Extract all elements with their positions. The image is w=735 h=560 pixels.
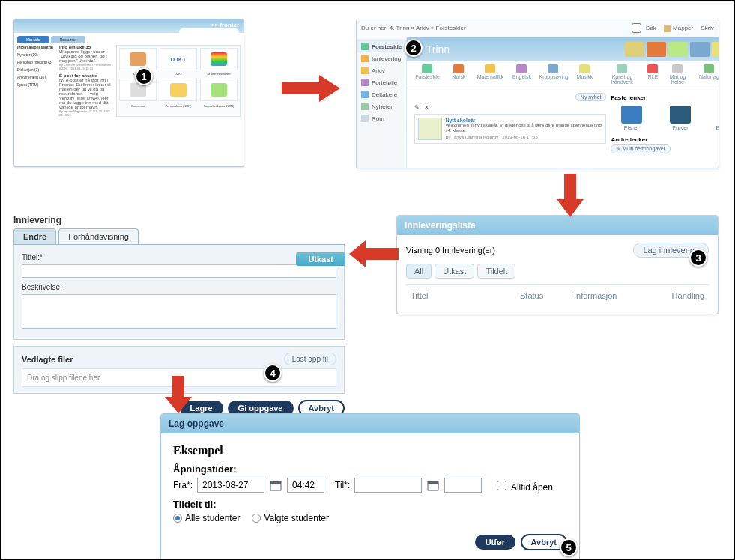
news-image (418, 118, 442, 140)
radio-alle[interactable]: Alle studenter (173, 513, 240, 523)
news-title[interactable]: Nytt skoleår (445, 118, 602, 123)
calendar-icon-2[interactable] (426, 478, 440, 492)
hero-thumbs (625, 42, 719, 57)
p4-title: Innlevering (13, 215, 345, 225)
room-4trinn[interactable] (119, 48, 157, 70)
vedlagte-label: Vedlagte filer (22, 355, 73, 364)
alltid-checkbox[interactable] (497, 481, 506, 490)
subj-mat[interactable]: Mat og helse (663, 64, 692, 85)
lbl-samarbeid: Samarbeidsrom (KON) (200, 104, 238, 108)
info-header: Informasjonssentral (17, 45, 56, 49)
news1-body: Ukeplaner ligger under "Utviking og plan… (59, 49, 113, 63)
p2-side-nyheter[interactable]: Nyheter (357, 100, 406, 112)
tab-endre[interactable]: Endre (13, 228, 56, 244)
svg-rect-7 (428, 481, 438, 484)
news-body: Velkommen til nytt skoleår. Vi gleder os… (445, 123, 602, 133)
beskrivelse-textarea[interactable] (22, 294, 336, 329)
step-badge-1: 1 (135, 67, 153, 85)
skriv-label[interactable]: Skriv (701, 25, 714, 31)
news1-by: By Cathrine Wiesemann i Personalrom (KON… (59, 63, 113, 70)
mapper-label[interactable]: Mapper (673, 25, 693, 31)
tildel-label: Tildelt til: (173, 499, 567, 510)
lbl-personal: Personalrom (KON) (160, 104, 197, 108)
panel-lag-oppgave: Lag oppgave Eksempel Åpningstider: Fra*:… (160, 413, 580, 560)
eksempel-heading: Eksempel (173, 444, 567, 457)
side-ankvirement[interactable]: Ankvirement (10) (17, 75, 56, 79)
side-nyheter[interactable]: Nyheter (10) (17, 52, 56, 57)
p2-side-arkiv[interactable]: Arkiv (357, 64, 406, 76)
portefolje-icon (361, 79, 369, 86)
step-badge-5: 5 (560, 538, 578, 556)
p2-side-forsteside[interactable]: Forsteside (357, 40, 406, 52)
subj-kroppsoving[interactable]: Kroppsøving (539, 64, 567, 85)
tab-ressurser[interactable]: Ressurser (51, 36, 86, 43)
svg-rect-5 (270, 481, 281, 484)
andre-label: Andre lenker (611, 135, 719, 144)
subj-forsteside[interactable]: Forsteside (413, 64, 441, 85)
arkiv-icon (361, 67, 369, 74)
til-date-input[interactable] (354, 478, 422, 493)
til-label: Til*: (335, 480, 350, 490)
news-by: By Tanya Cathrine Kolgrov , 2013-08-16 1… (445, 135, 602, 139)
subj-kunst[interactable]: Kunst og håndverk (602, 64, 642, 85)
p2-side-rom[interactable]: Rom (357, 112, 406, 124)
subj-engelsk[interactable]: Engelsk (507, 64, 536, 85)
alltid-label: Alltid åpen (511, 482, 553, 493)
label-tittel: Tittel:* (22, 253, 43, 261)
fast-planer[interactable]: Planer (611, 106, 652, 130)
subj-musikk[interactable]: Musikk (570, 64, 599, 85)
pill-utkast[interactable]: Utkast (435, 264, 474, 279)
subj-matematikk[interactable]: Matematikk (476, 64, 504, 85)
tab-forhand[interactable]: Forhåndsvisning (58, 228, 139, 244)
svg-marker-3 (165, 376, 192, 413)
room-samarbeid[interactable] (200, 79, 238, 101)
subj-rle[interactable]: RLE (645, 64, 660, 85)
step-badge-3: 3 (689, 249, 707, 267)
subj-norsk[interactable]: Norsk (444, 64, 473, 85)
utfor-button[interactable]: Utfør (475, 535, 515, 550)
subject-nav: Forsteside Norsk Matematikk Engelsk Krop… (407, 61, 719, 88)
p2-sidebar: Forsteside Innlevering Arkiv Portefølje … (357, 37, 407, 168)
sok-checkbox[interactable] (632, 23, 641, 33)
news-card: Nytt skoleår Velkommen til nytt skoleår.… (414, 114, 606, 144)
room-drammen[interactable] (200, 48, 238, 70)
til-time-input[interactable] (444, 478, 482, 493)
pill-all[interactable]: All (406, 264, 432, 279)
side-melding[interactable]: Personlig melding (3) (17, 60, 56, 64)
tab-minside[interactable]: Min side (17, 36, 49, 43)
multi-link[interactable]: ✎ Multi nettoppgaver (611, 144, 671, 153)
lbl-kommune: Kommune (119, 104, 157, 108)
step-badge-2: 2 (405, 39, 423, 57)
apning-label: Åpningstider: (173, 463, 567, 475)
last-opp-button[interactable]: Last opp fil (284, 353, 336, 365)
edit-icon[interactable]: ✎ (414, 104, 420, 111)
p2-side-innlevering[interactable]: Innlevering (357, 52, 406, 64)
faste-label: Faste lenker (611, 93, 719, 103)
col-info: Informasjon (571, 287, 653, 305)
news2-by: By Ingunn Ryghseter i D-IKT, 2013-08-23 … (59, 109, 113, 117)
fra-date-input[interactable] (197, 478, 264, 493)
p2-side-deltakere[interactable]: Deltakere (357, 88, 406, 100)
fast-elevmappe[interactable]: Elevmappe (708, 106, 719, 130)
ny-nyhet-button[interactable]: Ny nyhet (575, 93, 607, 101)
mapper-icon (664, 25, 671, 32)
step-badge-4: 4 (264, 364, 282, 382)
radio-valgte[interactable]: Valgte studenter (252, 513, 329, 523)
fra-time-input[interactable] (287, 478, 324, 493)
tittel-input[interactable] (22, 264, 336, 278)
room-dikt[interactable]: D IKT (160, 48, 197, 70)
calendar-icon-1[interactable] (269, 478, 282, 492)
fast-prover[interactable]: Prøver (659, 106, 701, 130)
panel-innleveringsliste: Innleveringsliste Visning 0 Innlevering(… (396, 215, 719, 314)
visning-text: Visning 0 Innlevering(er) (406, 246, 495, 255)
p2-side-portefolje[interactable]: Portefølje (357, 76, 406, 88)
nyheter-icon (361, 103, 369, 110)
side-diskusjon[interactable]: Diskusjon (3) (17, 67, 56, 72)
pill-tildelt[interactable]: Tildelt (477, 264, 515, 279)
col-status: Status (517, 287, 569, 305)
room-personal[interactable] (160, 79, 197, 101)
side-epost[interactable]: Epost (TRM) (17, 82, 56, 87)
close-icon[interactable]: ✕ (424, 104, 429, 111)
label-beskrivelse: Beskrivelse: (22, 283, 62, 291)
subj-naturfag[interactable]: Naturfag (695, 64, 719, 85)
